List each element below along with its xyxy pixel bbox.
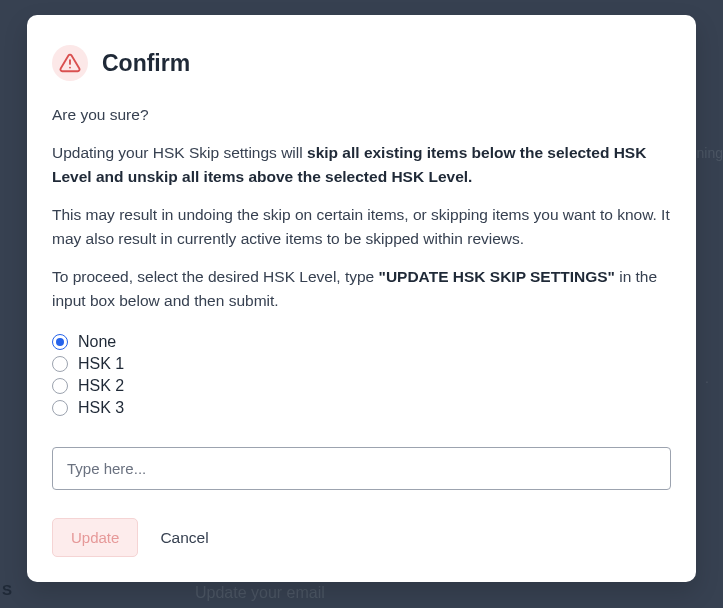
confirm-description-2: This may result in undoing the skip on c… xyxy=(52,203,671,251)
background-text: S xyxy=(2,581,13,598)
update-button[interactable]: Update xyxy=(52,518,138,557)
radio-input[interactable] xyxy=(52,400,68,416)
radio-option-none[interactable]: None xyxy=(52,333,671,351)
modal-body: Are you sure? Updating your HSK Skip set… xyxy=(52,103,671,557)
radio-option-hsk1[interactable]: HSK 1 xyxy=(52,355,671,373)
confirm-description-1: Updating your HSK Skip settings will ski… xyxy=(52,141,671,189)
radio-label: None xyxy=(78,333,116,351)
modal-title: Confirm xyxy=(102,50,190,77)
background-text: Update your email xyxy=(195,584,325,602)
modal-actions: Update Cancel xyxy=(52,518,671,557)
radio-option-hsk3[interactable]: HSK 3 xyxy=(52,399,671,417)
modal-header: Confirm xyxy=(52,45,671,81)
warning-icon xyxy=(52,45,88,81)
radio-input[interactable] xyxy=(52,334,68,350)
hsk-level-radio-group: None HSK 1 HSK 2 HSK 3 xyxy=(52,333,671,417)
confirm-question: Are you sure? xyxy=(52,103,671,127)
confirm-modal: Confirm Are you sure? Updating your HSK … xyxy=(27,15,696,582)
radio-option-hsk2[interactable]: HSK 2 xyxy=(52,377,671,395)
radio-label: HSK 1 xyxy=(78,355,124,373)
confirmation-text-input[interactable] xyxy=(52,447,671,490)
radio-input[interactable] xyxy=(52,356,68,372)
confirm-instruction: To proceed, select the desired HSK Level… xyxy=(52,265,671,313)
radio-label: HSK 2 xyxy=(78,377,124,395)
background-text: ning xyxy=(697,145,723,161)
radio-input[interactable] xyxy=(52,378,68,394)
radio-label: HSK 3 xyxy=(78,399,124,417)
cancel-button[interactable]: Cancel xyxy=(160,529,208,547)
background-text: . xyxy=(705,370,709,386)
